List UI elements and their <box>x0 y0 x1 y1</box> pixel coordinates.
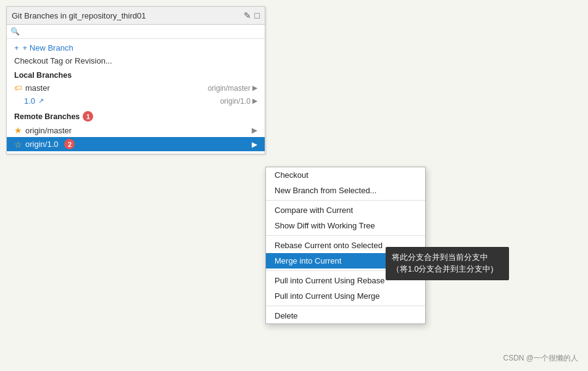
ctx-checkout[interactable]: Checkout <box>266 167 425 183</box>
plus-icon: + <box>14 43 19 52</box>
tooltip-box: 将此分支合并到当前分支中（将1.0分支合并到主分支中) <box>386 247 509 280</box>
checkout-tag-item[interactable]: Checkout Tag or Revision... <box>7 54 265 67</box>
panel-icons: ✎ □ <box>244 10 260 20</box>
version-10-name: 1.0 <box>24 96 35 106</box>
origin-10-badge: 2 <box>64 139 75 149</box>
new-branch-label: + New Branch <box>23 43 73 52</box>
star-icon-10: ☆ <box>14 140 22 149</box>
origin-master-chevron: ▶ <box>252 126 257 135</box>
star-icon-master: ★ <box>14 125 22 135</box>
version-10-remote-label: origin/1.0 <box>220 97 251 106</box>
origin-master-item[interactable]: ★ origin/master ▶ <box>7 123 265 137</box>
master-branch-left: 🏷 master <box>14 83 50 93</box>
ctx-show-diff[interactable]: Show Diff with Working Tree <box>266 218 425 233</box>
master-arrow: ▶ <box>252 84 257 92</box>
origin-10-left: ☆ origin/1.0 2 <box>14 139 75 149</box>
origin-10-item[interactable]: ☆ origin/1.0 2 ▶ <box>7 137 265 151</box>
context-menu: Checkout New Branch from Selected... Com… <box>265 167 426 324</box>
tooltip-text: 将此分支合并到当前分支中（将1.0分支合并到主分支中) <box>392 253 494 273</box>
ctx-sep-1 <box>266 200 425 201</box>
master-remote-label: origin/master <box>208 84 251 93</box>
tag-icon: 🏷 <box>14 83 22 93</box>
local-branches-label: Local Branches <box>14 71 72 80</box>
new-branch-item[interactable]: + + New Branch <box>7 41 265 54</box>
origin-10-name: origin/1.0 <box>25 140 58 149</box>
search-input[interactable] <box>22 27 261 36</box>
edit-icon[interactable]: ✎ <box>244 10 251 20</box>
version-10-remote-info: origin/1.0 ▶ <box>220 97 257 106</box>
remote-badge: 1 <box>83 111 93 122</box>
panel-title: Git Branches in git_repository_third01 <box>12 11 146 20</box>
remote-branches-label: Remote Branches <box>14 112 80 121</box>
up-right-arrow-icon: ↗ <box>38 97 44 105</box>
ctx-delete[interactable]: Delete <box>266 308 425 323</box>
remote-branches-header: Remote Branches 1 <box>7 107 265 123</box>
origin-master-left: ★ origin/master <box>14 125 72 135</box>
ctx-sep-2 <box>266 235 425 236</box>
watermark-text: CSDN @一个很懒的人 <box>503 354 578 362</box>
ctx-compare-current[interactable]: Compare with Current <box>266 202 425 218</box>
watermark: CSDN @一个很懒的人 <box>503 353 578 364</box>
ctx-sep-4 <box>266 306 425 306</box>
git-branches-panel: Git Branches in git_repository_third01 ✎… <box>6 6 265 154</box>
search-icon: 🔍 <box>10 27 20 36</box>
master-branch-name: master <box>25 83 50 93</box>
master-branch-item[interactable]: 🏷 master origin/master ▶ <box>7 81 265 94</box>
panel-body: + + New Branch Checkout Tag or Revision.… <box>7 39 265 154</box>
version-10-left: 1.0 ↗ <box>24 96 44 106</box>
ctx-pull-merge[interactable]: Pull into Current Using Merge <box>266 288 425 304</box>
search-row: 🔍 <box>7 25 265 39</box>
ctx-new-branch-from[interactable]: New Branch from Selected... <box>266 183 425 198</box>
checkout-tag-label: Checkout Tag or Revision... <box>14 56 112 65</box>
local-branches-header: Local Branches <box>7 67 265 81</box>
version-10-arrow: ▶ <box>252 97 257 105</box>
master-remote-info: origin/master ▶ <box>208 84 257 93</box>
origin-10-chevron: ▶ <box>252 140 257 149</box>
main-area: Git Branches in git_repository_third01 ✎… <box>0 0 588 371</box>
settings-icon[interactable]: □ <box>255 10 260 20</box>
version-10-item[interactable]: 1.0 ↗ origin/1.0 ▶ <box>7 94 265 107</box>
origin-master-name: origin/master <box>25 126 72 135</box>
panel-header: Git Branches in git_repository_third01 ✎… <box>7 7 265 25</box>
